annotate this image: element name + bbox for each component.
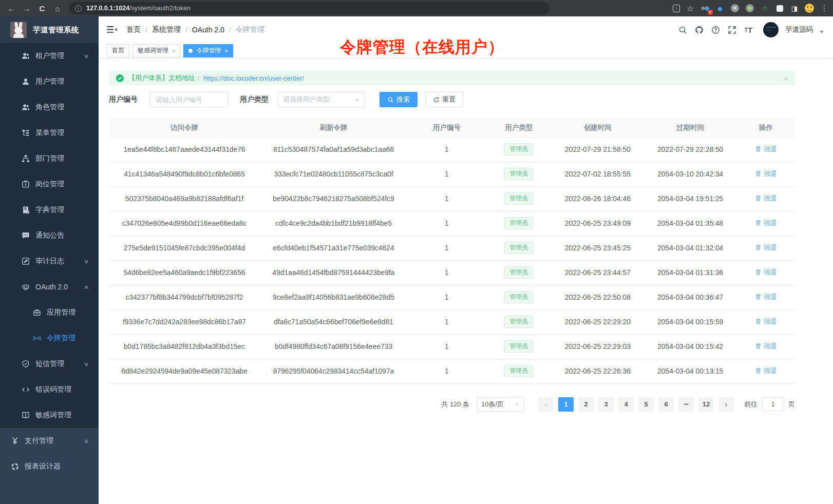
sidebar-item-dept-management[interactable]: 部门管理 [0, 146, 99, 171]
reset-button[interactable]: 重置 [425, 92, 463, 107]
search-icon[interactable] [678, 25, 688, 35]
force-logout-button[interactable]: 强退 [755, 219, 777, 228]
sidebar-item-label: 用户管理 [35, 77, 64, 86]
next-page-button[interactable]: › [718, 397, 734, 412]
site-info-icon[interactable]: i [75, 5, 82, 12]
browser-home-button[interactable]: ⌂ [50, 2, 65, 14]
search-button[interactable]: 搜索 [380, 92, 418, 107]
record-extension-icon[interactable] [745, 4, 754, 13]
chevron-down-icon [354, 96, 360, 103]
chevron-down-icon[interactable] [820, 31, 824, 33]
expire-time-cell: 2054-03-04 01:32:04 [644, 236, 736, 260]
side-panel-icon[interactable]: ◨ [790, 4, 799, 13]
puzzle-extensions-icon[interactable] [775, 4, 784, 13]
tab-token-management[interactable]: 令牌管理× [183, 44, 233, 57]
close-icon[interactable]: × [172, 48, 175, 54]
sidebar-item-sms-management[interactable]: 短信管理∨ [0, 351, 99, 377]
page-button-4[interactable]: 4 [618, 397, 634, 412]
sidebar-item-notice-announcement[interactable]: 通知公告 [0, 223, 99, 248]
force-logout-button[interactable]: 强退 [755, 317, 777, 326]
command-extension-icon[interactable]: ⌘ [730, 4, 740, 13]
page-button-3[interactable]: 3 [598, 397, 614, 412]
extension-icon[interactable]: 9 [701, 4, 710, 13]
breadcrumb-system[interactable]: 系统管理 [152, 25, 181, 34]
page-button-5[interactable]: 5 [638, 397, 654, 412]
github-icon[interactable] [694, 25, 704, 35]
browser-menu-icon[interactable]: ⋮ [820, 4, 829, 13]
fullscreen-icon[interactable] [727, 25, 737, 35]
column-header: 过期时间 [644, 119, 736, 137]
action-cell: 强退 [736, 236, 795, 260]
force-logout-button[interactable]: 强退 [755, 293, 777, 302]
sidebar-item-payment-management[interactable]: 支付管理∨ [0, 428, 99, 454]
sidebar-item-error-code-management[interactable]: 错误码管理 [0, 377, 99, 402]
app-logo[interactable]: 芋道管理系统 [0, 16, 99, 43]
browser-back-button[interactable]: ← [4, 2, 18, 14]
sidebar-item-label: 敏感词管理 [35, 411, 71, 420]
refresh-token-cell: 9ce8ef2aa9f14056b831ae9b608e28d5 [260, 285, 407, 309]
sidebar-item-token-management[interactable]: 令牌管理 [0, 325, 99, 351]
sidebar-item-user-management[interactable]: 用户管理 [0, 69, 99, 94]
breadcrumb-oauth2[interactable]: OAuth 2.0 [192, 26, 224, 34]
column-header: 刷新令牌 [260, 119, 407, 137]
sidebar-item-app-management[interactable]: 应用管理 [0, 300, 99, 325]
breadcrumb-home[interactable]: 首页 [126, 25, 141, 34]
force-logout-button[interactable]: 强退 [755, 145, 777, 154]
help-icon[interactable] [711, 25, 721, 35]
pager-ellipsis[interactable]: ••• [678, 397, 694, 412]
tab-home[interactable]: 首页 [107, 44, 129, 57]
sidebar-item-audit-log[interactable]: 审计日志∨ [0, 248, 99, 274]
user-type-cell: 管理员 [486, 211, 552, 236]
page-button-12[interactable]: 12 [698, 397, 714, 412]
page-button-1[interactable]: 1 [558, 397, 574, 412]
doc-link[interactable]: https://doc.iocoder.cn/user-center/ [203, 74, 304, 82]
address-bar[interactable]: i 127.0.0.1:1024/system/oauth2/token [69, 2, 549, 14]
close-icon[interactable]: × [224, 48, 228, 54]
force-logout-button[interactable]: 强退 [755, 194, 777, 203]
force-logout-button[interactable]: 强退 [755, 342, 777, 351]
sidebar-item-label: 部门管理 [35, 154, 64, 163]
force-logout-button[interactable]: 强退 [755, 268, 777, 277]
gem-extension-icon[interactable]: ◆ [715, 4, 725, 13]
sidebar-item-sensitive-word-management[interactable]: 敏感词管理 [0, 402, 99, 428]
refresh-token-cell: 333ecfc71e02480cb11055c875c3ca0f [260, 162, 407, 186]
force-logout-button[interactable]: 强退 [755, 243, 777, 253]
sidebar-item-oauth2[interactable]: OAuth 2.0∧ [0, 274, 99, 300]
font-size-icon[interactable]: TT [744, 25, 753, 35]
sidebar-item-label: 应用管理 [47, 308, 75, 317]
table-row: 1ea5e44f8bc1467aaede43144f31de76811c5304… [109, 137, 795, 162]
user-type-select[interactable]: 请选择用户类型 [278, 92, 365, 107]
page-button-2[interactable]: 2 [578, 397, 594, 412]
sidebar-item-menu-management[interactable]: 菜单管理 [0, 120, 99, 146]
profile-avatar[interactable] [805, 4, 814, 13]
sidebar-item-report-designer[interactable]: 报表设计器 [0, 454, 99, 479]
expire-time-cell: 2022-07-29 22:28:50 [644, 137, 736, 162]
action-cell: 强退 [736, 359, 795, 383]
browser-reload-button[interactable]: C [35, 2, 49, 14]
browser-forward-button[interactable]: → [20, 2, 34, 14]
bookmark-star-icon[interactable]: ☆ [686, 4, 695, 13]
prev-page-button[interactable]: ‹ [538, 397, 554, 412]
force-logout-button[interactable]: 强退 [755, 366, 777, 376]
sidebar-fold-icon[interactable] [107, 25, 117, 34]
force-logout-button[interactable]: 强退 [755, 169, 777, 179]
goto-page-input[interactable] [762, 397, 784, 411]
create-time-cell: 2022-06-25 23:45:25 [552, 236, 644, 260]
share-icon[interactable]: ↑ [673, 5, 680, 12]
user-id-input[interactable] [150, 92, 228, 107]
star-extension-icon[interactable]: ✩ [760, 4, 769, 13]
tab-sensitive-word[interactable]: 敏感词管理× [132, 44, 180, 57]
expire-time-cell: 2054-03-04 00:15:42 [644, 334, 736, 359]
username[interactable]: 芋道源码 [785, 25, 813, 34]
sidebar-item-dict-management[interactable]: 字典管理 [0, 197, 99, 223]
active-dot-icon [188, 49, 193, 53]
alert-close-icon[interactable]: × [784, 74, 788, 83]
sidebar-item-post-management[interactable]: 岗位管理 [0, 171, 99, 197]
page-size-select[interactable]: 10条/页 [477, 397, 524, 412]
goto-label: 前往 [744, 400, 758, 409]
page-button-6[interactable]: 6 [658, 397, 674, 412]
sidebar-item-role-management[interactable]: 角色管理 [0, 94, 99, 120]
user-avatar[interactable] [763, 22, 779, 37]
action-cell: 强退 [736, 285, 795, 309]
sidebar-item-tenant-management[interactable]: 租户管理∨ [0, 43, 99, 69]
